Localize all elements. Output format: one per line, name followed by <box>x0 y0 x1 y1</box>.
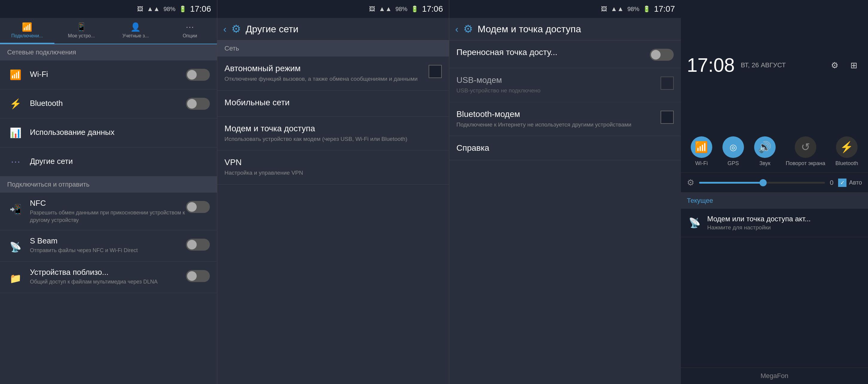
sbeam-toggle[interactable] <box>186 239 210 250</box>
net-item-airplane[interactable]: Автономный режим Отключение функций вызо… <box>217 57 449 91</box>
справка-item[interactable]: Справка <box>449 136 681 160</box>
current-label: Текущее <box>687 197 713 204</box>
carrier-bar: MegaFon <box>681 367 868 384</box>
image-icon-3: 🖼 <box>601 6 607 12</box>
hotspot-toggle[interactable] <box>650 49 674 61</box>
modem-item-usb[interactable]: USB-модем USB-устройство не подключено <box>449 68 681 102</box>
tab-options[interactable]: ⋯ Опции <box>163 18 217 44</box>
back-button-2[interactable]: ‹ <box>223 24 226 35</box>
time-2: 17:06 <box>422 4 443 14</box>
modem-item-hotspot[interactable]: Переносная точка досту... <box>449 40 681 68</box>
qt-rotate[interactable]: ↺ Поворот экрана <box>786 137 825 167</box>
qt-sound[interactable]: 🔊 Звук <box>754 137 776 167</box>
settings-item-bluetooth[interactable]: ⚡ Bluetooth <box>0 89 217 118</box>
qt-wifi[interactable]: 📶 Wi-Fi <box>691 137 712 167</box>
hotspot-title: Переносная точка досту... <box>457 48 645 57</box>
settings-item-data[interactable]: 📊 Использование данных <box>0 118 217 147</box>
airplane-content: Автономный режим Отключение функций вызо… <box>224 64 424 83</box>
mobile-title: Мобильные сети <box>224 98 442 107</box>
modem-item-bt[interactable]: Bluetooth-модем Подключение к Интернету … <box>449 102 681 137</box>
status-bar-2: 🖼 ▲▲ 98% 🔋 17:06 <box>217 0 449 18</box>
qt-wifi-label: Wi-Fi <box>695 160 708 167</box>
modem-header: ‹ ⚙ Модем и точка доступа <box>449 18 681 40</box>
wifi-title: Wi-Fi <box>30 70 186 79</box>
notif-content: Модем или точка доступа акт... Нажмите д… <box>707 215 862 231</box>
settings-item-wifi[interactable]: 📶 Wi-Fi <box>0 60 217 89</box>
nearby-toggle[interactable] <box>186 270 210 282</box>
vpn-content: VPN Настройка и управление VPN <box>224 157 442 177</box>
usb-checkbox[interactable] <box>660 77 674 90</box>
tab-mydevice[interactable]: 📱 Мое устро... <box>54 18 109 44</box>
wifi-toggle[interactable] <box>186 69 210 81</box>
auto-label: Авто <box>849 179 862 186</box>
qt-rotate-icon: ↺ <box>795 137 816 158</box>
nfc-subtitle: Разрешить обмен данными при прикосновени… <box>30 209 186 224</box>
tab-connections[interactable]: 📶 Подключени... <box>0 18 54 44</box>
settings-item-other[interactable]: ⋯ Другие сети <box>0 147 217 176</box>
qt-gps-icon: ◎ <box>722 137 744 158</box>
usb-title: USB-модем <box>457 76 656 85</box>
tab-options-label: Опции <box>183 33 197 38</box>
time-3: 17:07 <box>654 4 675 14</box>
gear-icon-3: ⚙ <box>463 23 473 35</box>
notification-modem[interactable]: 📡 Модем или точка доступа акт... Нажмите… <box>681 209 868 237</box>
other-icon: ⋯ <box>7 153 24 170</box>
battery-icon-1: 🔋 <box>179 5 187 12</box>
mobile-content: Мобильные сети <box>224 98 442 109</box>
settings-item-nearby[interactable]: 📁 Устройства поблизо... Общий доступ к ф… <box>0 262 217 293</box>
nfc-icon: 📲 <box>7 201 24 218</box>
panel-network-settings: 🖼 ▲▲ 98% 🔋 17:06 📶 Подключени... 📱 Мое у… <box>0 0 217 384</box>
back-button-3[interactable]: ‹ <box>455 24 459 35</box>
settings-item-nfc[interactable]: 📲 NFC Разрешить обмен данными при прикос… <box>0 193 217 230</box>
settings-item-sbeam[interactable]: 📡 S Beam Отправить файлы через NFC и Wi-… <box>0 230 217 262</box>
nfc-title: NFC <box>30 199 186 208</box>
grid-button[interactable]: ⊞ <box>845 57 862 73</box>
bt-title: Bluetooth-модем <box>457 110 656 119</box>
tab-accounts[interactable]: 👤 Учетные з... <box>108 18 163 44</box>
qt-gps[interactable]: ◎ GPS <box>722 137 744 167</box>
nfc-toggle[interactable] <box>186 201 210 213</box>
tab-accounts-label: Учетные з... <box>122 33 149 38</box>
brightness-knob <box>760 179 767 186</box>
other-title: Другие сети <box>30 157 210 166</box>
nearby-icon: 📁 <box>7 270 24 287</box>
bluetooth-toggle[interactable] <box>186 98 210 110</box>
notif-icon: 📡 <box>687 215 703 231</box>
signal-icon-3: ▲▲ <box>611 5 624 13</box>
hotspot-content: Переносная точка досту... <box>457 48 645 59</box>
image-icon-1: 🖼 <box>137 6 143 12</box>
vpn-subtitle: Настройка и управление VPN <box>224 169 442 177</box>
bluetooth-title: Bluetooth <box>30 99 186 108</box>
spacer <box>681 237 868 367</box>
hotspot-toggle-knob <box>651 50 660 60</box>
carrier-text: MegaFon <box>761 372 788 380</box>
airplane-checkbox[interactable] <box>429 65 442 78</box>
panel-quick-settings: 17:08 ВТ, 26 АВГУСТ ⚙ ⊞ 📶 Wi-Fi ◎ GPS 🔊 … <box>681 0 868 384</box>
sbeam-toggle-knob <box>187 240 197 249</box>
net-item-modem[interactable]: Модем и точка доступа Использовать устро… <box>217 117 449 151</box>
net-item-mobile[interactable]: Мобильные сети <box>217 91 449 117</box>
bt-checkbox[interactable] <box>660 111 674 124</box>
справка-title: Справка <box>457 143 674 153</box>
qt-bluetooth[interactable]: ⚡ Bluetooth <box>835 137 858 167</box>
qt-sound-label: Звук <box>759 160 770 167</box>
tab-connections-label: Подключени... <box>11 33 43 38</box>
battery-icon-2: 🔋 <box>411 5 418 12</box>
modem-subtitle: Использовать устройство как модем (через… <box>224 135 442 143</box>
wifi-content: Wi-Fi <box>30 70 186 80</box>
brightness-slider[interactable] <box>699 182 825 184</box>
quick-toggles: 📶 Wi-Fi ◎ GPS 🔊 Звук ↺ Поворот экрана ⚡ … <box>681 130 868 173</box>
battery-pct-3: 98% <box>627 6 639 12</box>
settings-button[interactable]: ⚙ <box>826 57 843 73</box>
nfc-toggle-knob <box>187 202 197 212</box>
bt-subtitle: Подключение к Интернету не используется … <box>457 121 656 129</box>
battery-pct-2: 98% <box>396 6 407 12</box>
brightness-icon[interactable]: ⚙ <box>687 178 694 187</box>
section-network-header: Сетевые подключения <box>0 44 217 60</box>
image-icon-2: 🖼 <box>369 6 375 12</box>
vpn-title: VPN <box>224 157 442 167</box>
auto-brightness-toggle[interactable]: ✓ Авто <box>838 179 862 187</box>
signal-icon-2: ▲▲ <box>379 5 392 13</box>
options-icon: ⋯ <box>186 22 194 32</box>
net-item-vpn[interactable]: VPN Настройка и управление VPN <box>217 150 449 184</box>
